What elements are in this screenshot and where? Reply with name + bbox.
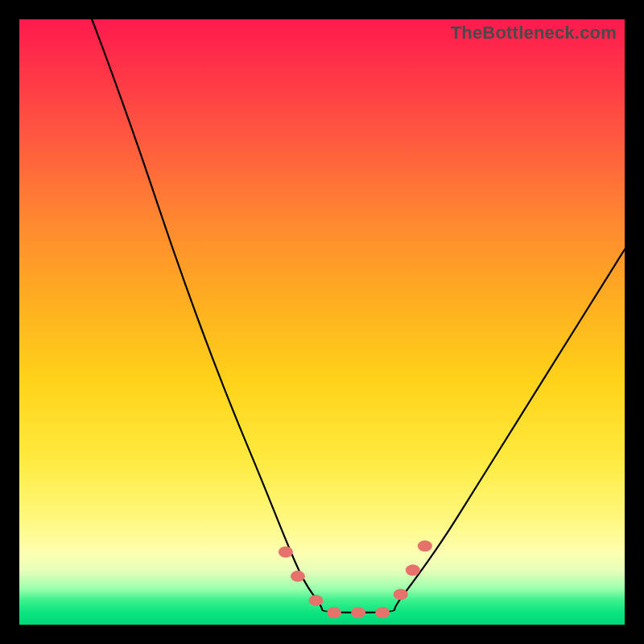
bottleneck-curve (19, 19, 625, 625)
chart-plot-area: TheBottleneck.com (19, 19, 625, 625)
marker-dot (394, 588, 408, 600)
curve-path (92, 19, 625, 613)
marker-dot (308, 595, 323, 606)
marker-dot (291, 571, 305, 582)
marker-dot (279, 547, 293, 558)
marker-dot (418, 540, 432, 551)
marker-dot (327, 607, 341, 618)
marker-dot (375, 607, 390, 618)
marker-dots (279, 540, 432, 618)
marker-dot (406, 564, 420, 576)
marker-dot (351, 607, 365, 618)
